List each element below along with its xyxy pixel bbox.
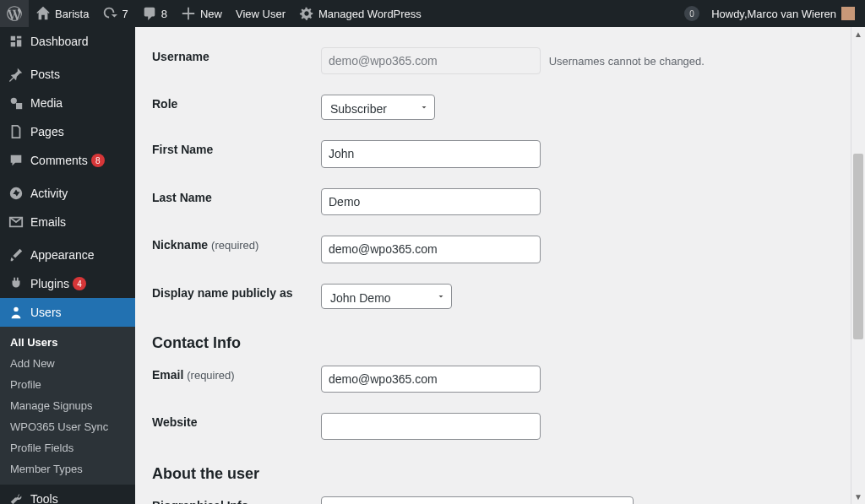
submenu-all-users[interactable]: All Users — [0, 332, 135, 353]
plugins-badge: 4 — [73, 277, 86, 290]
sidebar-item-plugins[interactable]: Plugins 4 — [0, 269, 135, 298]
site-name-label: Barista — [55, 8, 89, 20]
display-name-select[interactable]: John Demo — [321, 284, 452, 309]
bio-textarea[interactable] — [321, 496, 634, 504]
sidebar-item-emails[interactable]: Emails — [0, 208, 135, 236]
tools-icon — [8, 491, 24, 504]
svg-point-0 — [11, 98, 17, 104]
svg-point-1 — [14, 307, 18, 312]
sidebar-label: Tools — [30, 492, 58, 504]
first-name-field[interactable] — [321, 140, 541, 167]
new-label: New — [200, 8, 222, 20]
last-name-field[interactable] — [321, 188, 541, 215]
email-label: Email (required) — [152, 355, 321, 403]
my-account-link[interactable]: Howdy, Marco van Wieren — [705, 0, 858, 27]
comments-link[interactable]: 8 — [135, 0, 174, 27]
scroll-up-arrow[interactable]: ▲ — [851, 27, 865, 41]
home-icon — [35, 6, 51, 21]
sidebar-item-comments[interactable]: Comments 8 — [0, 146, 135, 175]
nickname-field[interactable] — [321, 236, 541, 263]
site-name-link[interactable]: Barista — [29, 0, 95, 27]
media-icon — [8, 95, 24, 111]
new-content-link[interactable]: New — [174, 0, 229, 27]
wp-logo-menu[interactable] — [0, 0, 29, 27]
sidebar-item-posts[interactable]: Posts — [0, 60, 135, 89]
activity-icon — [8, 186, 24, 201]
email-icon — [8, 214, 24, 230]
sidebar-item-dashboard[interactable]: Dashboard — [0, 27, 135, 56]
username-note: Usernames cannot be changed. — [549, 55, 705, 68]
brush-icon — [8, 247, 24, 263]
sidebar-label: Comments — [30, 154, 88, 167]
users-icon — [8, 305, 24, 320]
about-user-heading: About the user — [152, 465, 848, 483]
managed-wp-label: Managed WordPress — [318, 8, 422, 20]
comments-count: 8 — [161, 8, 167, 20]
sidebar-label: Users — [30, 306, 62, 319]
email-field[interactable] — [321, 366, 541, 393]
user-edit-form: Username Usernames cannot be changed. Ro… — [152, 37, 848, 319]
scroll-down-arrow[interactable]: ▼ — [851, 490, 865, 504]
sidebar-label: Posts — [30, 68, 60, 81]
sidebar-label: Appearance — [30, 248, 95, 262]
content-area: Username Usernames cannot be changed. Ro… — [135, 27, 865, 504]
comment-icon — [8, 153, 24, 168]
role-label: Role — [152, 84, 321, 130]
notifications-badge[interactable]: 0 — [684, 6, 699, 21]
sidebar-item-tools[interactable]: Tools — [0, 485, 135, 504]
sidebar-label: Activity — [30, 187, 68, 200]
update-icon — [102, 6, 117, 21]
updates-link[interactable]: 7 — [95, 0, 134, 27]
scrollbar[interactable]: ▲ ▼ — [851, 27, 865, 504]
display-name-label: Display name publicly as — [152, 274, 321, 319]
website-label: Website — [152, 403, 321, 450]
last-name-label: Last Name — [152, 178, 321, 225]
contact-info-heading: Contact Info — [152, 334, 848, 352]
sidebar-label: Plugins — [30, 277, 69, 290]
wordpress-icon — [7, 6, 22, 21]
sidebar-item-media[interactable]: Media — [0, 89, 135, 117]
admin-sidebar: Dashboard Posts Media Pages Comments 8 A… — [0, 27, 135, 504]
nickname-label: Nickname (required) — [152, 225, 321, 273]
username-label: Username — [152, 37, 321, 84]
sidebar-item-appearance[interactable]: Appearance — [0, 241, 135, 269]
role-select[interactable]: Subscriber — [321, 95, 435, 120]
scroll-thumb[interactable] — [853, 154, 863, 339]
users-submenu: All Users Add New Profile Manage Signups… — [0, 327, 135, 485]
sidebar-item-users[interactable]: Users — [0, 298, 135, 327]
username-field — [321, 47, 541, 74]
first-name-label: First Name — [152, 130, 321, 177]
view-user-label: View User — [236, 8, 286, 20]
website-field[interactable] — [321, 413, 541, 440]
sidebar-label: Emails — [30, 215, 66, 229]
bio-label: Biographical Info — [152, 486, 321, 504]
comments-badge: 8 — [91, 154, 105, 167]
howdy-prefix: Howdy, — [711, 8, 747, 20]
updates-count: 7 — [122, 8, 128, 20]
comment-icon — [142, 6, 157, 21]
avatar-icon — [841, 7, 855, 20]
plugin-icon — [8, 276, 24, 291]
admin-bar: Barista 7 8 New View User Managed WordPr… — [0, 0, 865, 27]
plus-icon — [181, 6, 196, 21]
dashboard-icon — [8, 34, 24, 49]
sidebar-item-pages[interactable]: Pages — [0, 117, 135, 146]
submenu-add-new[interactable]: Add New — [0, 353, 135, 374]
pin-icon — [8, 67, 24, 82]
current-user-name: Marco van Wieren — [748, 8, 836, 20]
submenu-member-types[interactable]: Member Types — [0, 458, 135, 480]
gear-icon — [299, 6, 314, 21]
submenu-profile[interactable]: Profile — [0, 374, 135, 395]
submenu-wpo365-sync[interactable]: WPO365 User Sync — [0, 416, 135, 437]
managed-wp-link[interactable]: Managed WordPress — [292, 0, 428, 27]
submenu-manage-signups[interactable]: Manage Signups — [0, 395, 135, 416]
view-user-link[interactable]: View User — [229, 0, 292, 27]
sidebar-label: Pages — [30, 125, 64, 138]
pages-icon — [8, 124, 24, 139]
sidebar-item-activity[interactable]: Activity — [0, 179, 135, 208]
submenu-profile-fields[interactable]: Profile Fields — [0, 437, 135, 458]
sidebar-label: Dashboard — [30, 35, 89, 48]
sidebar-label: Media — [30, 96, 63, 110]
